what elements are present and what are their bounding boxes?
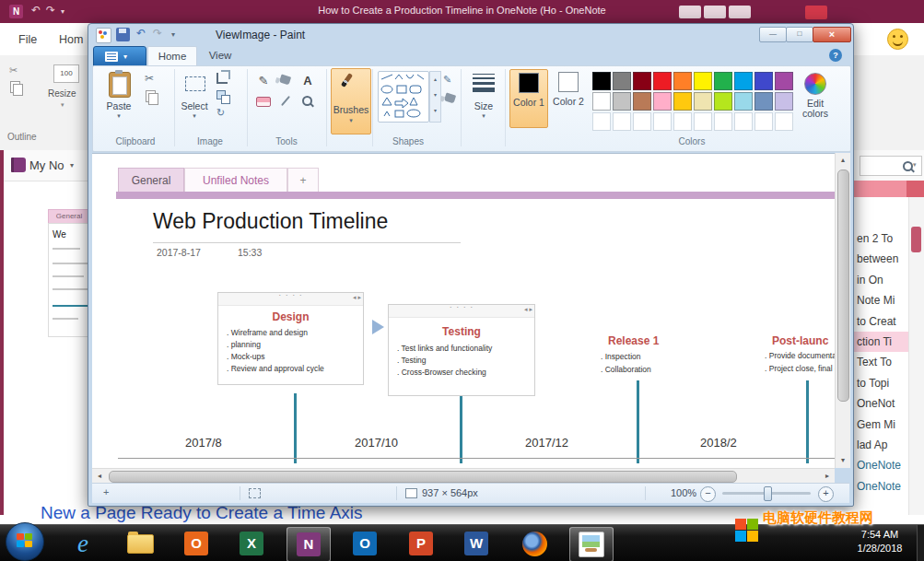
palette-color[interactable] <box>694 92 712 111</box>
page-list-item[interactable]: to Topi <box>852 373 908 393</box>
palette-color[interactable] <box>734 92 753 111</box>
palette-color[interactable] <box>734 72 753 90</box>
taskbar-onenote[interactable]: N <box>287 527 331 561</box>
onenote-file-menu[interactable]: File <box>18 33 37 46</box>
copy-icon[interactable] <box>10 81 20 93</box>
notebook-dropdown-icon[interactable]: ▾ <box>70 161 74 169</box>
scroll-right-icon[interactable]: ▸ <box>820 469 835 484</box>
page-list-item[interactable]: en 2 To <box>852 228 908 249</box>
page-list-scrollbar[interactable] <box>908 197 924 515</box>
palette-color[interactable] <box>694 72 712 90</box>
page-list-item[interactable]: Text To <box>852 352 908 372</box>
onenote-ribbon-options-button[interactable] <box>679 6 701 18</box>
palette-color[interactable] <box>673 92 692 111</box>
page-list-item[interactable]: OneNote <box>852 476 908 497</box>
taskbar-word[interactable]: W <box>455 527 497 560</box>
shape-fill-button[interactable] <box>444 93 456 104</box>
horizontal-scrollbar[interactable]: ◂ ▸ <box>92 468 835 484</box>
maximize-button[interactable]: □ <box>786 27 813 42</box>
search-dropdown-icon[interactable]: ▾ <box>913 161 917 169</box>
taskbar-file-explorer[interactable] <box>119 527 161 560</box>
size-button[interactable]: Size ▾ <box>465 69 502 134</box>
start-button[interactable] <box>6 522 44 561</box>
onenote-close-button[interactable] <box>805 6 827 19</box>
resize-icon[interactable] <box>216 90 226 99</box>
redo-icon[interactable]: ↷ <box>153 27 162 40</box>
onenote-minimize-button[interactable] <box>704 6 726 18</box>
page-list-item[interactable]: in On <box>852 270 908 290</box>
palette-empty-cell[interactable] <box>714 112 732 131</box>
palette-color[interactable] <box>633 72 651 90</box>
color1-button[interactable]: Color 1 <box>509 69 548 128</box>
palette-color[interactable] <box>775 92 793 111</box>
magnifier-tool[interactable] <box>298 92 318 111</box>
fill-tool[interactable] <box>275 72 296 90</box>
eraser-tool[interactable] <box>253 92 274 111</box>
taskbar-excel[interactable]: X <box>230 527 273 560</box>
page-list-item[interactable]: lad Ap <box>852 435 908 455</box>
page-list-item[interactable]: to Creat <box>852 311 908 332</box>
cut-icon[interactable]: ✂ <box>9 64 18 76</box>
zoom-out-button[interactable]: − <box>700 486 716 502</box>
file-menu-button[interactable]: ▾ <box>93 46 146 67</box>
crop-icon[interactable] <box>216 73 228 84</box>
palette-color[interactable] <box>754 92 773 111</box>
section-tab-general-mini[interactable]: General <box>48 209 90 224</box>
shapes-gallery[interactable] <box>378 71 429 123</box>
palette-color[interactable] <box>714 92 732 111</box>
color2-button[interactable]: Color 2 <box>550 69 587 126</box>
page-list-item[interactable]: Note Mi <box>852 290 908 310</box>
pencil-tool[interactable]: ✎ <box>253 72 274 90</box>
show-desktop-button[interactable] <box>917 525 924 561</box>
palette-color[interactable] <box>714 72 732 90</box>
scroll-down-icon[interactable]: ▾ <box>430 88 440 103</box>
palette-color[interactable] <box>633 92 651 111</box>
palette-color[interactable] <box>653 72 672 90</box>
onenote-maximize-button[interactable] <box>729 6 751 18</box>
scroll-up-icon[interactable]: ▴ <box>430 72 440 88</box>
undo-icon[interactable]: ↶ <box>136 27 146 40</box>
taskbar-powerpoint[interactable]: P <box>400 527 442 560</box>
scrollbar-thumb[interactable] <box>911 227 921 252</box>
taskbar-paint[interactable] <box>569 527 614 561</box>
scrollbar-thumb[interactable] <box>109 471 737 483</box>
scroll-more-icon[interactable]: ▾ <box>430 103 440 119</box>
palette-empty-cell[interactable] <box>613 112 631 131</box>
feedback-smiley-icon[interactable] <box>887 29 908 50</box>
taskbar-firefox[interactable] <box>513 527 556 560</box>
search-box[interactable]: ▾ <box>860 156 922 176</box>
brushes-button[interactable]: Brushes ▾ <box>331 68 371 134</box>
save-icon[interactable] <box>116 28 130 41</box>
palette-color[interactable] <box>613 92 631 111</box>
close-button[interactable]: × <box>813 27 851 42</box>
scroll-up-icon[interactable]: ▴ <box>836 153 850 168</box>
palette-color[interactable] <box>775 72 793 90</box>
palette-empty-cell[interactable] <box>633 112 651 131</box>
palette-color[interactable] <box>673 72 692 90</box>
copy-icon[interactable] <box>146 90 156 102</box>
zoom-in-button[interactable]: + <box>818 486 834 502</box>
zoom-slider-thumb[interactable] <box>764 486 772 501</box>
scroll-down-icon[interactable]: ▾ <box>836 453 850 468</box>
palette-color[interactable] <box>592 92 611 111</box>
page-list-item[interactable]: OneNot <box>852 393 908 414</box>
help-icon[interactable]: ? <box>829 49 842 62</box>
palette-empty-cell[interactable] <box>775 112 793 131</box>
page-list-item[interactable]: OneNote <box>852 455 908 475</box>
resize-dropdown-icon[interactable]: ▾ <box>61 101 64 109</box>
minimize-button[interactable]: — <box>759 27 787 42</box>
cut-icon[interactable]: ✂ <box>145 72 154 85</box>
qat-dropdown-icon[interactable]: ▾ <box>171 30 175 39</box>
paste-button[interactable]: Paste ▾ <box>100 69 137 134</box>
scroll-left-icon[interactable]: ◂ <box>92 469 107 484</box>
palette-color[interactable] <box>592 72 611 90</box>
onenote-home-menu[interactable]: Hom <box>59 33 83 46</box>
tab-home[interactable]: Home <box>147 46 197 66</box>
palette-color[interactable] <box>653 92 672 111</box>
taskbar-outlook[interactable]: O <box>344 527 386 560</box>
paint-canvas[interactable]: General Unfiled Notes + Web Production T… <box>92 153 835 469</box>
palette-empty-cell[interactable] <box>592 112 611 131</box>
palette-color[interactable] <box>754 72 773 90</box>
scrollbar-thumb[interactable] <box>837 169 849 402</box>
paint-titlebar[interactable]: ↶ ↷ ▾ ViewImage - Paint — □ × <box>88 24 853 45</box>
